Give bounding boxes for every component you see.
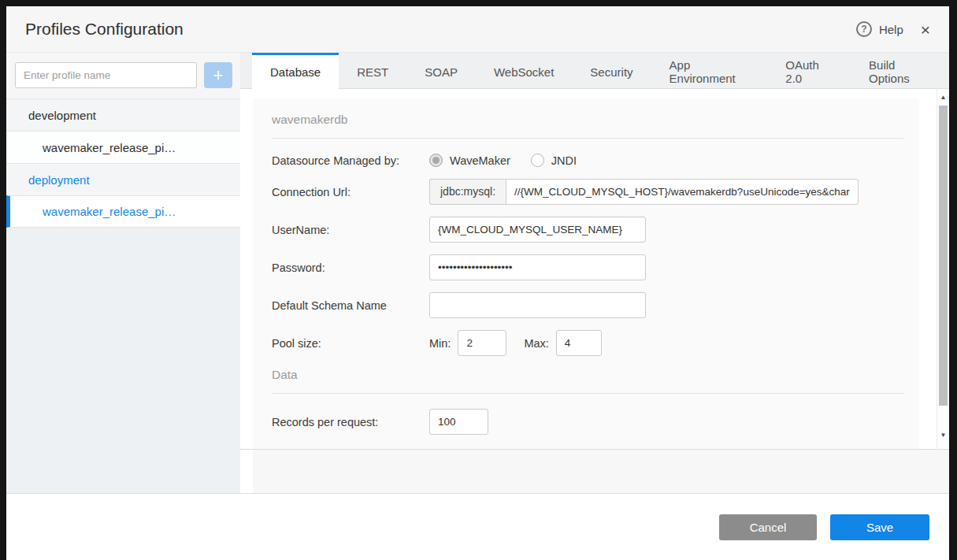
profiles-configuration-dialog: Profiles Configuration ? Help × + develo… [6, 6, 949, 560]
section-divider [272, 138, 903, 139]
tab-content-area: DatabaseRESTSOAPWebSocketSecurityApp Env… [240, 53, 949, 493]
default-schema-input[interactable] [429, 292, 646, 318]
pool-min-label: Min: [429, 337, 451, 350]
data-section-title: Data [272, 368, 903, 382]
sidebar-item-deployment[interactable]: deployment [6, 163, 240, 195]
close-icon[interactable]: × [921, 21, 930, 38]
cancel-button[interactable]: Cancel [719, 514, 817, 540]
sidebar-item-development[interactable]: development [6, 98, 240, 131]
tab-soap[interactable]: SOAP [406, 53, 476, 88]
datasource-label: Datasource Managed by: [272, 154, 429, 167]
radio-wavemaker-icon[interactable] [429, 154, 443, 167]
scroll-up-icon[interactable]: ▲ [937, 92, 949, 103]
radio-jndi[interactable]: JNDI [531, 154, 577, 167]
jdbc-prefix-addon: jdbc:mysql: [429, 179, 506, 205]
db-section-title: wavemakerdb [272, 113, 903, 127]
tab-security[interactable]: Security [572, 53, 651, 88]
records-per-request-row: Records per request: [272, 409, 903, 435]
tab-app-environment[interactable]: App Environment [651, 53, 768, 88]
sidebar-item-wavemaker-release-pi-[interactable]: wavemaker_release_pi… [6, 131, 240, 163]
radio-wavemaker[interactable]: WaveMaker [429, 154, 510, 167]
scroll-down-icon[interactable]: ▼ [937, 430, 949, 441]
help-button[interactable]: ? Help [856, 21, 903, 37]
records-per-request-input[interactable] [429, 409, 488, 435]
scrollbar-thumb[interactable] [939, 106, 948, 406]
radio-wavemaker-label: WaveMaker [450, 154, 510, 167]
add-profile-button[interactable]: + [204, 62, 232, 88]
password-row: Password: [272, 254, 903, 280]
default-schema-label: Default Schema Name [272, 299, 429, 312]
profiles-sidebar: + developmentwavemaker_release_pi…deploy… [6, 53, 240, 493]
connection-url-row: Connection Url: jdbc:mysql: [272, 179, 903, 205]
tab-database[interactable]: Database [252, 53, 339, 89]
username-row: UserName: [272, 217, 903, 243]
dialog-footer: Cancel Save [6, 493, 949, 560]
radio-jndi-label: JNDI [551, 154, 577, 167]
tab-oauth-2-0[interactable]: OAuth 2.0 [767, 53, 851, 88]
panel-bottom-strip [253, 450, 949, 493]
password-input[interactable] [429, 254, 646, 280]
help-label: Help [879, 23, 903, 36]
pool-max-input[interactable] [556, 330, 602, 356]
profiles-list: developmentwavemaker_release_pi…deployme… [6, 98, 240, 228]
datasource-row: Datasource Managed by: WaveMaker JNDI [272, 154, 903, 167]
sidebar-filler [6, 228, 240, 493]
connection-url-input[interactable] [506, 179, 859, 205]
profile-name-input[interactable] [15, 62, 197, 88]
save-button[interactable]: Save [830, 514, 929, 540]
default-schema-row: Default Schema Name [272, 292, 903, 318]
pool-size-row: Pool size: Min: Max: [272, 330, 903, 356]
pool-max-label: Max: [524, 337, 548, 350]
tab-build-options[interactable]: Build Options [851, 53, 949, 88]
username-label: UserName: [272, 224, 429, 236]
sidebar-item-wavemaker-release-pi-[interactable]: wavemaker_release_pi… [6, 195, 240, 228]
vertical-scrollbar[interactable]: ▲ ▼ [937, 89, 949, 449]
dialog-header: Profiles Configuration ? Help × [6, 6, 949, 53]
tab-rest[interactable]: REST [339, 53, 406, 88]
username-input[interactable] [429, 217, 646, 243]
section-divider [272, 393, 903, 394]
connection-url-label: Connection Url: [272, 186, 429, 198]
tab-bar: DatabaseRESTSOAPWebSocketSecurityApp Env… [240, 53, 949, 89]
pool-size-label: Pool size: [272, 337, 429, 350]
password-label: Password: [272, 261, 429, 274]
page-title: Profiles Configuration [25, 20, 184, 39]
tab-websocket[interactable]: WebSocket [476, 53, 572, 88]
radio-jndi-icon[interactable] [531, 154, 544, 167]
help-icon: ? [856, 21, 872, 37]
pool-min-input[interactable] [458, 330, 506, 356]
database-settings-panel: wavemakerdb Datasource Managed by: WaveM… [253, 98, 919, 449]
records-per-request-label: Records per request: [272, 416, 429, 428]
